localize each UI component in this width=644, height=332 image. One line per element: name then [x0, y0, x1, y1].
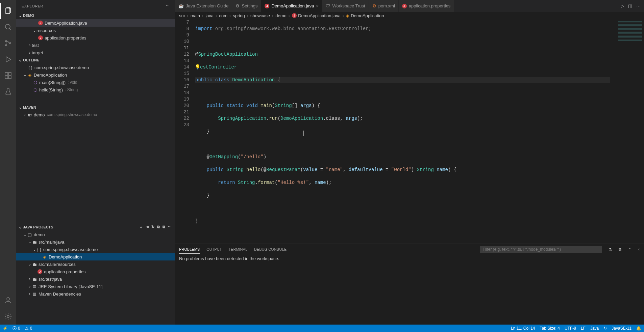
section-maven-label: MAVEN	[23, 105, 36, 109]
lightbulb-icon[interactable]: 💡	[195, 64, 200, 71]
maven-project[interactable]: › m demo com.spring.showcase:demo	[16, 111, 175, 118]
more-icon[interactable]: ⋯	[168, 225, 172, 230]
text-cursor	[303, 131, 304, 136]
tab-java-guide[interactable]: ☕ Java Extension Guide	[175, 0, 232, 12]
chevron-right-icon: ›	[28, 43, 32, 48]
editor-body[interactable]: 78910 11121314 15161718 1920212223 impor…	[175, 19, 644, 244]
shield-icon: 🛡	[326, 3, 330, 8]
java-file-icon: J	[265, 4, 269, 8]
collapse-icon[interactable]: ⧉	[157, 225, 160, 230]
status-bell-icon[interactable]: 🔔	[636, 326, 641, 331]
svg-line-1	[9, 28, 11, 30]
svg-point-2	[5, 40, 7, 42]
new-icon[interactable]: ＋	[139, 225, 143, 230]
chevron-down-icon: ⌄	[18, 105, 23, 110]
sidebar-header: EXPLORER ⋯	[16, 0, 175, 12]
tab-demoapplication[interactable]: J DemoApplication.java ×	[261, 0, 322, 12]
chevron-down-icon: ⌄	[23, 73, 27, 77]
refresh-icon[interactable]: ↻	[151, 225, 154, 230]
svg-marker-5	[6, 57, 11, 62]
jp-demo[interactable]: ⌄ ▢ demo	[16, 231, 175, 238]
java-file-icon: J	[37, 269, 43, 274]
split-editor-icon[interactable]: ◫	[628, 3, 632, 8]
source-control-icon[interactable]	[0, 35, 16, 51]
namespace-icon: { }	[28, 65, 33, 70]
editor-area: ☕ Java Extension Guide ⚙ Settings J Demo…	[175, 0, 644, 325]
chevron-down-icon: ⌄	[23, 232, 27, 237]
status-warnings[interactable]: ⚠ 0	[25, 326, 32, 331]
section-demo[interactable]: ⌄ DEMO	[16, 12, 175, 19]
accounts-icon[interactable]	[0, 292, 16, 308]
svg-point-11	[7, 315, 9, 317]
chevron-down-icon: ⌄	[32, 247, 36, 252]
svg-rect-8	[8, 76, 11, 79]
jp-src-main-resources[interactable]: ⌄ 🖿 src/main/resources	[16, 260, 175, 268]
extensions-icon[interactable]	[0, 67, 16, 84]
run-debug-icon[interactable]	[0, 51, 16, 67]
folder-test[interactable]: › test	[16, 42, 175, 49]
outline-namespace[interactable]: { } com.spring.showcase.demo	[16, 64, 175, 71]
jp-src-main-java[interactable]: ⌄ 🖿 src/main/java	[16, 238, 175, 246]
jp-jre[interactable]: › 𝌆 JRE System Library [JavaSE-11]	[16, 283, 175, 290]
build-icon[interactable]: ⧉	[163, 225, 165, 230]
chevron-right-icon: ›	[28, 277, 32, 281]
status-remote[interactable]: ⚡	[3, 326, 8, 331]
status-language[interactable]: Java	[590, 326, 599, 331]
method-icon: ⬡	[32, 87, 38, 92]
code-content[interactable]: import org.springframework.web.bind.anno…	[195, 19, 644, 244]
jp-app-props[interactable]: J application.properties	[16, 268, 175, 275]
outline-method-main[interactable]: ⬡ main(String[]) : void	[16, 79, 175, 86]
minimap[interactable]	[610, 19, 644, 244]
folder-target[interactable]: › target	[16, 49, 175, 56]
status-errors[interactable]: ⓧ 0	[13, 326, 20, 331]
tab-pom[interactable]: ⚙ pom.xml	[369, 0, 399, 12]
link-icon[interactable]: ⇥	[146, 225, 149, 230]
testing-icon[interactable]	[0, 84, 16, 100]
settings-gear-icon[interactable]	[0, 308, 16, 325]
jp-demoapplication[interactable]: ◈ DemoApplication	[16, 253, 175, 260]
tab-settings[interactable]: ⚙ Settings	[232, 0, 261, 12]
jp-maven-deps[interactable]: › 𝌆 Maven Dependencies	[16, 290, 175, 298]
file-application-properties[interactable]: J application.properties	[16, 34, 175, 42]
chevron-right-icon: ›	[28, 292, 32, 296]
explorer-icon[interactable]	[0, 3, 16, 19]
package-folder-icon: 🖿	[32, 277, 37, 282]
status-sync-icon[interactable]: ↻	[603, 326, 607, 331]
maven-icon: m	[27, 112, 32, 117]
search-icon[interactable]	[0, 19, 16, 35]
namespace-icon: { }	[36, 247, 42, 252]
sidebar-more-icon[interactable]: ⋯	[166, 4, 170, 8]
line-gutter: 78910 11121314 15161718 1920212223	[175, 19, 195, 244]
folder-resources[interactable]: ⌄ resources	[16, 27, 175, 34]
svg-point-0	[5, 24, 10, 29]
chevron-down-icon: ⌄	[18, 225, 23, 229]
chevron-down-icon: ⌄	[32, 28, 36, 33]
run-icon[interactable]: ▷	[621, 3, 624, 8]
more-icon[interactable]: ⋯	[636, 3, 641, 8]
jp-package[interactable]: ⌄ { } com.spring.showcase.demo	[16, 246, 175, 253]
jp-src-test-java[interactable]: › 🖿 src/test/java	[16, 275, 175, 283]
sidebar: EXPLORER ⋯ ⌄ DEMO J DemoApplication.java…	[16, 0, 175, 325]
svg-rect-6	[5, 73, 8, 75]
outline-class[interactable]: ⌄ ◈ DemoApplication	[16, 71, 175, 79]
java-file-icon: J	[38, 35, 43, 40]
tab-workspace-trust[interactable]: 🛡 Workspace Trust	[322, 0, 369, 12]
status-eol[interactable]: LF	[581, 326, 586, 331]
section-outline[interactable]: ⌄ OUTLINE	[16, 56, 175, 64]
activity-bar	[0, 0, 16, 325]
package-folder-icon: 🖿	[32, 262, 37, 267]
status-jdk[interactable]: JavaSE-11	[612, 326, 631, 331]
tab-app-props[interactable]: J application.properties	[399, 0, 454, 12]
java-file-icon: J	[38, 21, 43, 25]
status-cursor[interactable]: Ln 11, Col 14	[511, 326, 535, 331]
svg-point-4	[9, 43, 11, 44]
chevron-down-icon: ⌄	[28, 262, 32, 267]
close-icon[interactable]: ×	[316, 3, 319, 9]
status-encoding[interactable]: UTF-8	[565, 326, 576, 331]
status-tab-size[interactable]: Tab Size: 4	[540, 326, 560, 331]
file-demoapplication[interactable]: J DemoApplication.java	[16, 19, 175, 27]
outline-method-hello[interactable]: ⬡ hello(String) : String	[16, 86, 175, 93]
section-maven[interactable]: ⌄ MAVEN	[16, 104, 175, 111]
section-java-projects[interactable]: ⌄ JAVA PROJECTS ＋ ⇥ ↻ ⧉ ⧉ ⋯	[16, 223, 175, 231]
breadcrumbs[interactable]: src› main› java› com› spring› showcase› …	[175, 12, 644, 19]
